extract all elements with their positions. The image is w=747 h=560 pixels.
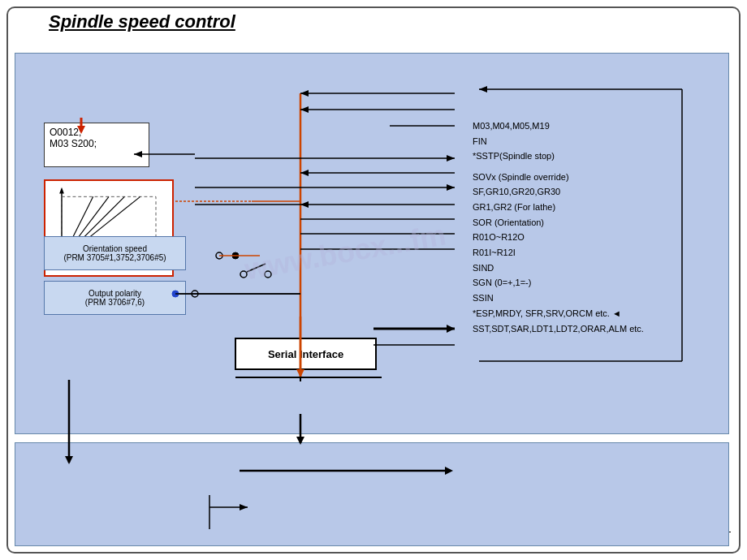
svg-marker-7 xyxy=(59,187,64,194)
signal-R01I: R01I~R12I xyxy=(473,245,716,261)
signal-SSIN: SSIN xyxy=(473,291,716,306)
signal-R01O: R01O~R12O xyxy=(473,230,716,245)
signal-ESP: *ESP,MRDY, SFR,SRV,ORCM etc. ◄ xyxy=(473,306,716,321)
signal-M03: M03,M04,M05,M19 xyxy=(473,118,716,134)
signal-SF: SF,GR10,GR20,GR30 xyxy=(473,184,716,200)
cnc-code-box: O0012; M03 S200; xyxy=(44,123,149,167)
cnc-line1: O0012; xyxy=(50,127,81,138)
signal-FIN: FIN xyxy=(473,134,716,149)
page-title: Spindle speed control xyxy=(49,11,235,32)
serial-interface-label: Serial Interface xyxy=(268,348,343,360)
serial-interface-center-box: Serial Interface xyxy=(235,338,377,370)
output-polarity-label: Output polarity(PRM 3706#7,6) xyxy=(85,289,145,307)
cnc-line2: M03 S200; xyxy=(50,138,97,149)
signal-SOR: SOR (Orientation) xyxy=(473,215,716,230)
signal-SST: SST,SDT,SAR,LDT1,LDT2,ORAR,ALM etc. xyxy=(473,321,716,337)
output-polarity-box: Output polarity(PRM 3706#7,6) xyxy=(44,281,186,315)
signal-GR1: GR1,GR2 (For lathe) xyxy=(473,200,716,215)
orientation-speed-box: Orientation speed(PRM 3705#1,3752,3706#5… xyxy=(44,236,186,270)
main-diagram-box: O0012; M03 S200; Orientation speed(PRM 3… xyxy=(15,53,729,434)
signal-SSTP: *SSTP(Spindle stop) xyxy=(473,149,716,164)
signal-SOVx: SOVx (Spindle override) xyxy=(473,170,716,185)
signals-list: M03,M04,M05,M19 FIN *SSTP(Spindle stop) … xyxy=(473,118,716,336)
signal-SGN: SGN (0=+,1=-) xyxy=(473,275,716,291)
signal-SIND: SIND xyxy=(473,261,716,276)
amp-box: Spindle AMP SerialInterface ControlCircu… xyxy=(15,442,729,546)
orientation-speed-label: Orientation speed(PRM 3705#1,3752,3706#5… xyxy=(63,244,166,262)
